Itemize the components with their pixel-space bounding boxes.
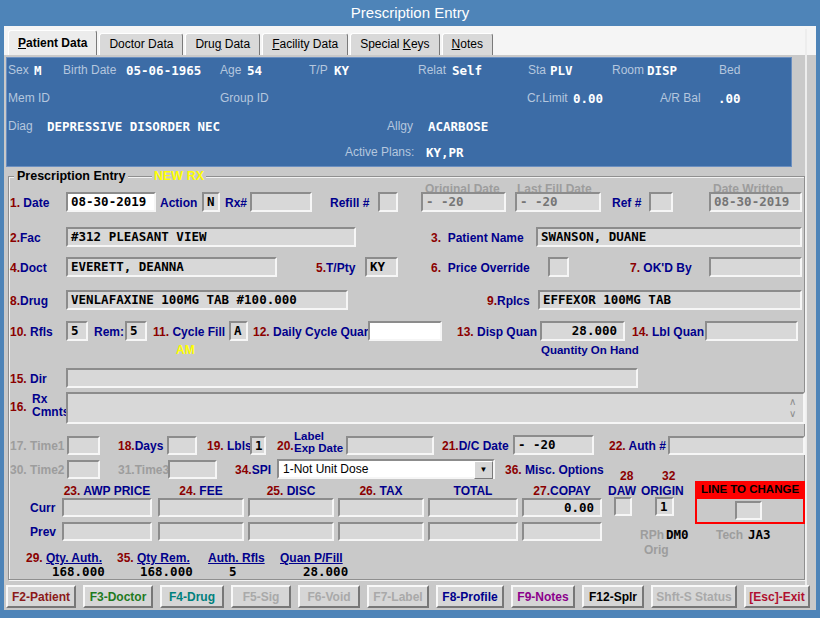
sex-value: M [34,63,42,78]
quantity-on-hand-label: Quantity On Hand [541,344,639,356]
function-key-bar: F2-Patient F3-Doctor F4-Drug F5-Sig F6-V… [6,585,806,608]
cr-limit-value: 0.00 [573,91,603,106]
room-label: Room [612,63,644,77]
age-label: Age [220,63,241,77]
time1-input[interactable] [67,436,100,455]
active-plans-value: KY,PR [426,145,464,160]
age-value: 54 [247,63,262,78]
tab-drug-data[interactable]: Drug Data [185,33,260,55]
rem-input[interactable]: 5 [125,321,147,341]
f7-label-button[interactable]: F7-Label [367,585,429,608]
fac-input[interactable]: #312 PLEASANT VIEW [66,227,356,247]
prev-tax-field [338,522,424,541]
scroll-up-icon[interactable]: ∧ [789,397,796,407]
disp-quan-input[interactable]: 28.000 [540,321,625,341]
tpty-input[interactable]: KY [365,257,398,277]
date-input[interactable]: 08-30-2019 [66,192,156,212]
rplcs-input[interactable]: EFFEXOR 100MG TAB [538,290,802,310]
original-date-field[interactable]: - -20 [421,192,506,212]
f4-drug-button[interactable]: F4-Drug [160,585,224,608]
prev-copay-field [522,522,602,541]
tab-facility-data[interactable]: Facility Data [262,33,348,55]
rph-value: DM0 [666,527,689,542]
dc-date-input[interactable]: - -20 [513,435,594,455]
tab-doctor-data[interactable]: Doctor Data [99,33,183,55]
doct-input[interactable]: EVERETT, DEANNA [66,257,277,277]
days-label: 18.Days [118,439,163,453]
f8-profile-button[interactable]: F8-Profile [436,585,504,608]
curr-tax-input[interactable] [338,498,424,517]
tab-special-keys[interactable]: Special Keys [350,33,439,55]
sta-label: Sta [528,63,546,77]
f2-patient-button[interactable]: F2-Patient [6,585,76,608]
disp-quan-label: 13. Disp Quan [457,325,537,339]
line-to-change-input[interactable] [735,501,762,520]
rph-label: RPh [640,528,664,542]
date-written-field[interactable]: 08-30-2019 [709,192,802,212]
f12-splr-button[interactable]: F12-Splr [582,585,644,608]
okd-by-label: 7. OK'D By [630,261,692,275]
lbl-quan-input[interactable] [705,321,798,341]
days-input[interactable] [167,436,197,455]
chevron-down-icon[interactable]: ▼ [474,461,493,479]
tab-patient-data[interactable]: Patient Data [8,30,97,55]
price-override-input[interactable] [548,257,569,277]
daily-cycle-quan-input[interactable] [368,321,442,341]
rx-cmnts-label-line2: Cmnts [32,405,69,419]
birth-date-label: Birth Date [63,63,116,77]
label-exp-date-input[interactable] [346,436,434,455]
dir-input[interactable] [66,368,638,388]
quan-pfill-label: Quan P/Fill [280,551,343,565]
cycle-fill-input[interactable]: A [229,321,248,341]
group-id-label: Group ID [220,91,269,105]
last-fill-date-field[interactable]: - -20 [515,192,601,212]
f9-notes-button[interactable]: F9-Notes [511,585,575,608]
curr-total-field[interactable] [428,498,518,517]
auth-input[interactable] [668,436,805,455]
patient-name-label: 3. Patient Name [431,231,524,245]
copay-header: 27.COPAY [522,484,602,498]
rfls-input[interactable]: 5 [66,321,88,341]
lbl-quan-label: 14. Lbl Quan [632,325,704,339]
rx-cmnts-textarea[interactable] [66,392,805,424]
patient-name-input[interactable]: SWANSON, DUANE [536,227,802,247]
ar-bal-value: .00 [718,91,741,106]
time2-input[interactable] [67,460,100,479]
rem-label: Rem: [94,325,124,339]
curr-awp-input[interactable] [62,498,152,517]
tab-notes[interactable]: Notes [442,33,493,55]
qty-auth-value: 168.000 [52,564,105,579]
curr-fee-input[interactable] [158,498,244,517]
origin-label: ORIGIN [641,484,684,498]
rx-number-input[interactable] [250,192,312,212]
prev-total-field [428,522,518,541]
drug-input[interactable]: VENLAFAXINE 100MG TAB #100.000 [66,290,348,310]
f5-sig-button[interactable]: F5-Sig [231,585,291,608]
right-edge-highlight [805,29,807,608]
lbls-input[interactable]: 1 [250,436,266,455]
origin-input[interactable]: 1 [655,497,674,516]
scroll-down-icon[interactable]: ∨ [789,409,796,419]
origin-num: 32 [662,469,675,483]
bed-label: Bed [719,63,740,77]
spi-select[interactable]: 1-Not Unit Dose ▼ [277,459,495,479]
curr-disc-input[interactable] [248,498,334,517]
time3-input[interactable] [168,460,217,479]
f3-doctor-button[interactable]: F3-Doctor [83,585,153,608]
ar-bal-label: A/R Bal [660,91,701,105]
action-input[interactable]: N [202,192,220,212]
prev-row-label: Prev [30,525,56,539]
daily-cycle-quan-label: 12. Daily Cycle Quan [253,325,371,339]
label-exp-date-num: 20. [277,439,294,453]
curr-copay-input[interactable]: 0.00 [522,498,602,517]
okd-by-input[interactable] [709,257,802,277]
shft-s-status-button[interactable]: Shft-S Status [651,585,737,608]
f6-void-button[interactable]: F6-Void [298,585,360,608]
ref-input[interactable] [649,192,673,212]
esc-exit-button[interactable]: [Esc]-Exit [744,585,810,608]
daw-input[interactable] [614,497,632,516]
refill-input[interactable] [378,192,398,212]
birth-date-value: 05-06-1965 [126,63,201,78]
tp-value: KY [334,63,349,78]
prev-fee-field [158,522,244,541]
